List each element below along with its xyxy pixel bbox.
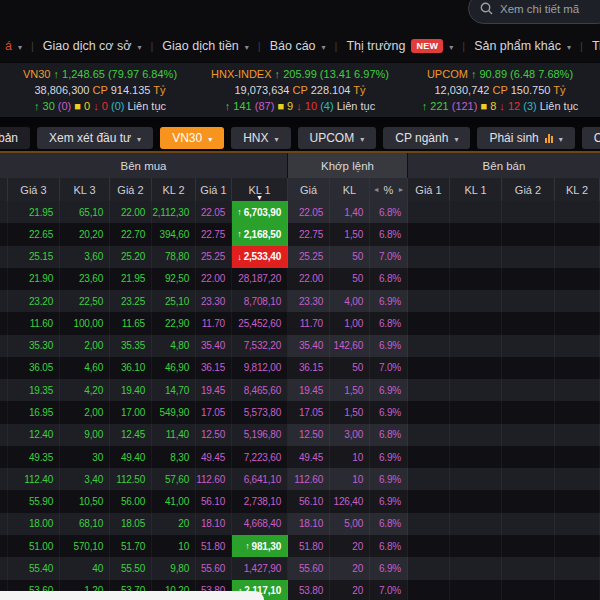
cell-buy-gia2[interactable]: 56.00 [110,490,152,512]
cell-match-pct[interactable]: 6.9% [370,490,408,512]
cell-match-gia[interactable]: 112.60 [288,468,330,490]
cell-buy-kl2[interactable]: 549,90 [152,401,196,423]
table-row[interactable]: 22.6520,2022.70394,6022.75↑2,168,5022.75… [0,223,600,245]
cell-buy-kl2[interactable]: 25,10 [152,290,196,312]
cell-buy-kl2[interactable]: 10 [152,535,196,557]
cell-buy-gia1[interactable]: 22.05 [196,201,232,223]
cell-buy-gia2[interactable]: 18.05 [110,513,152,535]
cell-match-pct[interactable]: 6.9% [370,446,408,468]
cell-match-pct[interactable]: 7.0% [370,357,408,379]
cell-buy-kl1[interactable]: 6,641,10 [232,468,288,490]
cell-buy-gia3[interactable]: 35.30 [8,335,60,357]
cell-buy-gia3[interactable]: 22.65 [8,223,60,245]
cell-match-kl[interactable]: 1,40 [330,201,370,223]
cell-buy-kl3[interactable]: 10,50 [60,490,110,512]
cell-buy-gia2[interactable]: 21.95 [110,268,152,290]
cell-buy-kl3[interactable]: 30 [60,446,110,468]
cell-match-pct[interactable]: 6.9% [370,401,408,423]
search-box[interactable] [468,0,600,24]
cell-match-gia[interactable]: 36.15 [288,357,330,379]
cell-match-kl[interactable]: 126,40 [330,490,370,512]
cell-buy-kl2[interactable]: 20 [152,513,196,535]
menu-item-a[interactable]: á▾ [0,39,31,53]
table-row[interactable]: 21.9023,6021.9592,5022.0028,187,2022.005… [0,268,600,290]
table-row[interactable]: 11.60100,0011.6522,9011.7025,452,6011.70… [0,312,600,334]
tab-phai-sinh[interactable]: Phái sinh▾ [477,127,574,149]
table-row[interactable]: 12.409,0012.4511,4012.505,196,8012.503,0… [0,424,600,446]
cell-buy-kl3[interactable]: 65,10 [60,201,110,223]
cell-match-pct[interactable]: 6.8% [370,268,408,290]
cell-match-kl[interactable]: 1,50 [330,401,370,423]
cell-match-gia[interactable]: 23.30 [288,290,330,312]
cell-buy-gia1[interactable]: 112.60 [196,468,232,490]
cell-buy-gia3[interactable]: 18.00 [8,513,60,535]
cell-buy-kl2[interactable]: 9,80 [152,557,196,579]
cell-buy-gia3[interactable]: 112.40 [8,468,60,490]
cell-match-pct[interactable]: 6.9% [370,335,408,357]
cell-buy-gia2[interactable]: 11.65 [110,312,152,334]
cell-match-pct[interactable]: 6.9% [370,379,408,401]
column-header-buy-gia1[interactable]: Giá 1 [196,178,232,201]
table-row[interactable]: 36.054,6036.1046,9036.159,812,0036.15507… [0,357,600,379]
cell-buy-kl2[interactable]: 78,80 [152,246,196,268]
cell-match-pct[interactable]: 6.8% [370,535,408,557]
cell-buy-gia2[interactable]: 51.70 [110,535,152,557]
cell-buy-kl1[interactable]: 7,532,20 [232,335,288,357]
cell-match-gia[interactable]: 12.50 [288,424,330,446]
cell-buy-gia3[interactable]: 36.05 [8,357,60,379]
cell-buy-gia3[interactable]: 55.40 [8,557,60,579]
cell-buy-kl2[interactable]: 4,80 [152,335,196,357]
column-header-match-pct[interactable]: ◄%► [370,178,408,201]
column-header-sell-gia2[interactable]: Giá 2 [502,178,555,201]
search-input[interactable] [500,3,592,15]
cell-buy-gia3[interactable]: 21.90 [8,268,60,290]
cell-buy-gia3[interactable]: 11.60 [8,312,60,334]
cell-buy-gia2[interactable]: 49.40 [110,446,152,468]
menu-item-tro[interactable]: Trợ [583,39,600,53]
cell-match-gia[interactable]: 17.05 [288,401,330,423]
cell-buy-gia2[interactable]: 22.00 [110,201,152,223]
cell-buy-kl3[interactable]: 3,40 [60,468,110,490]
cell-buy-gia1[interactable]: 56.10 [196,490,232,512]
cell-match-gia[interactable]: 22.00 [288,268,330,290]
cell-buy-gia1[interactable]: 35.40 [196,335,232,357]
table-row[interactable]: 49.353049.408,3049.457,223,6049.45106.9% [0,446,600,468]
cell-buy-gia2[interactable]: 35.35 [110,335,152,357]
cell-buy-gia3[interactable]: 16.95 [8,401,60,423]
cell-buy-gia1[interactable]: 51.80 [196,535,232,557]
cell-buy-gia1[interactable]: 19.45 [196,379,232,401]
cell-buy-kl1[interactable]: ↑2,168,50 [232,223,288,245]
tab-cp-nganh[interactable]: CP ngành▾ [383,127,470,149]
cell-buy-gia3[interactable]: 25.15 [8,246,60,268]
cell-buy-kl1[interactable]: 5,196,80 [232,424,288,446]
column-header-match-gia[interactable]: Giá [288,178,330,201]
cell-buy-kl3[interactable]: 570,10 [60,535,110,557]
cell-buy-kl1[interactable]: 25,452,60 [232,312,288,334]
cell-buy-kl1[interactable]: ↑981,30 [232,535,288,557]
cell-buy-kl1[interactable]: 2,738,10 [232,490,288,512]
cell-buy-kl3[interactable]: 23,60 [60,268,110,290]
cell-match-pct[interactable]: 6.8% [370,312,408,334]
table-row[interactable]: 18.0068,1018.052018.104,668,4018.105,006… [0,513,600,535]
cell-match-kl[interactable]: 142,60 [330,335,370,357]
cell-match-kl[interactable]: 1,50 [330,379,370,401]
cell-buy-gia1[interactable]: 23.30 [196,290,232,312]
cell-buy-gia1[interactable]: 17.05 [196,401,232,423]
tab-vn30[interactable]: VN30▾ [160,127,224,149]
cell-match-pct[interactable]: 6.8% [370,201,408,223]
cell-buy-gia1[interactable]: 25.25 [196,246,232,268]
tab-upcom[interactable]: UPCOM▾ [298,127,377,149]
table-row[interactable]: 112.403,40112.5057,60112.606,641,10112.6… [0,468,600,490]
cell-match-pct[interactable]: 7.0% [370,246,408,268]
cell-buy-kl1[interactable]: 9,812,00 [232,357,288,379]
cell-buy-kl2[interactable]: 57,60 [152,468,196,490]
table-row[interactable]: 51.00570,1051.701051.80↑981,3051.80206.8… [0,535,600,557]
cell-buy-gia1[interactable]: 22.00 [196,268,232,290]
cell-buy-kl3[interactable]: 68,10 [60,513,110,535]
cell-match-gia[interactable]: 53.80 [288,580,330,600]
cell-buy-kl1[interactable]: 1,427,90 [232,557,288,579]
cell-buy-gia2[interactable]: 17.00 [110,401,152,423]
table-row[interactable]: 16.952,0017.00549,9017.055,573,8017.051,… [0,401,600,423]
cell-buy-kl1[interactable]: 4,668,40 [232,513,288,535]
tab-hnx[interactable]: HNX▾ [231,127,290,149]
